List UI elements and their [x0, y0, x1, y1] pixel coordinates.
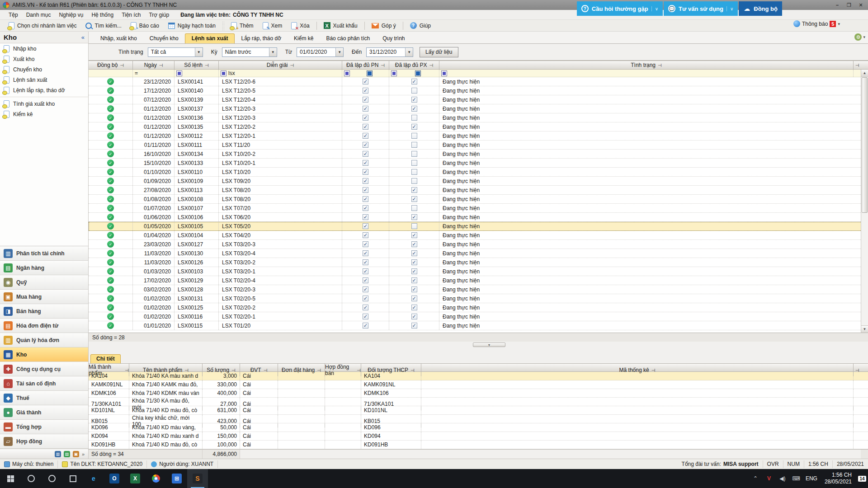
b-o-c-o-button[interactable]: ◔Báo cáo [127, 21, 163, 31]
filter-icon[interactable] [391, 70, 397, 76]
task-view-button[interactable] [62, 469, 83, 488]
order-row[interactable]: 07/12/2020LSX00139LSX T12/20-4Đang thực … [89, 95, 868, 104]
tab-l-p-r-p-th-o-d-[interactable]: Lắp ráp, tháo dỡ [235, 34, 288, 43]
order-row[interactable]: 17/12/2020LSX00140LSX T12/20-5Đang thực … [89, 86, 868, 95]
detail-column-header-7[interactable]: Đối tượng THCP⊣ [361, 364, 421, 376]
module-h-p-ng[interactable]: ▱Hợp đồng [0, 434, 88, 449]
to-date-input[interactable]: 31/12/2020▼ [366, 47, 413, 57]
px-checkbox[interactable] [411, 169, 417, 175]
module-gi-th-nh[interactable]: ●Giá thành [0, 405, 88, 420]
pin-icon[interactable]: ⊣ [120, 63, 124, 68]
sidebar-item-t-nh-gi-xu-t-kho[interactable]: Tính giá xuất kho [0, 99, 88, 109]
px-checkbox[interactable] [411, 142, 417, 148]
pin-icon[interactable]: ⊣ [231, 368, 236, 373]
detail-row[interactable]: KD094Khóa 71/40 KD màu xanh d150,000CáiK… [89, 432, 868, 441]
pin-icon[interactable]: ⊣ [855, 368, 859, 373]
period-select[interactable]: Năm trước▼ [222, 47, 277, 57]
column-header-6[interactable]: Đã lập đủ PX⊣ [389, 61, 439, 69]
order-row[interactable]: 01/05/2020LSX00105LSX T05/20Đang thực hi… [89, 222, 868, 231]
order-row[interactable]: 01/02/2020LSX00125LSX T02/20-2Đang thực … [89, 303, 868, 312]
tray-expand-button[interactable]: ⌃ [749, 469, 762, 488]
column-header-2[interactable]: Ngày⊣ [133, 61, 175, 69]
grid-splitter[interactable]: ▼ [89, 342, 868, 348]
sync-button[interactable]: ☁ Đồng bộ [739, 1, 782, 16]
filter-date[interactable]: = [133, 70, 175, 77]
module-qu-n-l-h-a-n[interactable]: ▥Quản lý hóa đơn [0, 333, 88, 347]
detail-column-header-8[interactable]: Mã thống kê⊣ [421, 364, 854, 376]
pn-checkbox[interactable] [363, 250, 368, 256]
orders-grid-scrollbar[interactable]: ▲ ▼ [861, 70, 868, 333]
sidebar-item-l-nh-s-n-xu-t[interactable]: Lệnh sản xuất [0, 75, 88, 85]
order-row[interactable]: 15/10/2020LSX00133LSX T10/20-1Đang thực … [89, 159, 868, 168]
ng-y-h-ch-to-n-button[interactable]: Ngày hạch toán [164, 21, 220, 31]
filter-pn[interactable] [342, 70, 389, 77]
tab-quy-tr-nh[interactable]: Quy trình [376, 34, 411, 43]
pin-icon[interactable]: ⊣ [159, 63, 163, 68]
pin-icon[interactable]: ⊣ [651, 368, 656, 373]
order-row[interactable]: 01/06/2020LSX00106LSX T06/20Đang thực hi… [89, 213, 868, 222]
pn-checkbox[interactable] [363, 88, 368, 94]
order-row[interactable]: 27/08/2020LSX00113LSX T08/20Đang thực hi… [89, 186, 868, 195]
tab-nh-p-xu-t-kho[interactable]: Nhập, xuất kho [94, 34, 143, 43]
module-b-n-h-ng[interactable]: ◨Bán hàng [0, 304, 88, 319]
order-row[interactable]: 01/12/2020LSX00112LSX T12/20-1Đang thực … [89, 131, 868, 141]
column-header-1[interactable]: Đồng bộ⊣ [89, 61, 133, 69]
sidebar-item-l-nh-l-p-r-p-th-o-d-[interactable]: Lệnh lắp ráp, tháo dỡ [0, 85, 88, 95]
order-row[interactable]: 01/12/2020LSX00135LSX T12/20-2Đang thực … [89, 122, 868, 131]
pn-checkbox[interactable] [363, 106, 368, 112]
module-qu-[interactable]: ◉Quỹ [0, 275, 88, 290]
filter-status[interactable] [439, 70, 854, 77]
module-thu-[interactable]: ◆Thuế [0, 391, 88, 405]
pin-icon[interactable]: ⊣ [658, 63, 662, 68]
module-kho[interactable]: ▦Kho [0, 347, 88, 362]
xu-t-kh-u-button[interactable]: XXuất khẩu [320, 21, 362, 31]
pin-icon[interactable]: ⊣ [357, 368, 361, 373]
pn-checkbox[interactable] [363, 187, 368, 193]
volume-tray-icon[interactable]: ◀) [776, 469, 789, 488]
scrollbar-thumb[interactable] [862, 77, 868, 213]
px-checkbox[interactable] [411, 268, 417, 274]
order-row[interactable]: 23/03/2020LSX00127LSX T03/20-3Đang thực … [89, 240, 868, 249]
px-checkbox[interactable] [411, 277, 417, 283]
detail-column-header-3[interactable]: Số lượng⊣ [203, 364, 240, 376]
order-row[interactable]: 23/12/2020LSX00141LSX T12/20-6Đang thực … [89, 77, 868, 86]
keyboard-tray-icon[interactable]: ⌨ [789, 469, 803, 488]
pn-checkbox[interactable] [363, 169, 368, 175]
px-checkbox[interactable] [411, 97, 417, 103]
pn-checkbox[interactable] [363, 305, 368, 310]
pn-checkbox[interactable] [363, 205, 368, 211]
px-checkbox[interactable] [411, 232, 417, 238]
xem-button[interactable]: ✎Xem [259, 21, 287, 31]
tab-ki-m-k-[interactable]: Kiểm kê [288, 34, 320, 43]
tab-detail[interactable]: Chi tiết [90, 354, 121, 363]
detail-row[interactable]: KDMK106Khóa 71/40 KDMK màu vàn400,000Cái… [89, 389, 868, 398]
detail-column-header-6[interactable]: Hợp đồng bán⊣ [325, 364, 361, 376]
t-m-ki-m--button[interactable]: Tìm kiếm... [81, 21, 125, 31]
pn-checkbox[interactable] [363, 151, 368, 157]
px-checkbox[interactable] [411, 115, 417, 121]
menu-item-6[interactable]: Trợ giúp [145, 12, 173, 18]
detail-row[interactable]: KD096Khóa 71/40 KD màu vàng,50,000CáiKD0… [89, 423, 868, 432]
order-row[interactable]: 01/12/2020LSX00137LSX T12/20-3Đang thực … [89, 104, 868, 113]
px-checkbox[interactable] [411, 305, 417, 310]
ch-n-chi-nh-nh-l-m-vi-c-button[interactable]: Chọn chi nhánh làm việc [5, 21, 80, 31]
order-row[interactable]: 16/10/2020LSX00134LSX T10/20-2Đang thực … [89, 150, 868, 159]
px-checkbox[interactable] [411, 250, 417, 256]
module-mua-h-ng[interactable]: ▣Mua hàng [0, 290, 88, 304]
px-checkbox[interactable] [411, 133, 417, 139]
module-t-i-s-n-c-nh[interactable]: ⌂Tài sản cố định [0, 376, 88, 391]
column-header-5[interactable]: Đã lập đủ PN⊣ [342, 61, 389, 69]
pn-checkbox[interactable] [363, 97, 368, 103]
pn-checkbox[interactable] [363, 160, 368, 166]
notifications-button[interactable]: Thông báo 5 ▾ [793, 20, 840, 27]
gi-p-button[interactable]: ?Giúp [406, 21, 435, 31]
px-checkbox[interactable] [411, 223, 417, 229]
pin-icon[interactable]: ⊣ [381, 63, 385, 68]
pin-icon[interactable]: ⊣ [855, 63, 859, 68]
order-row[interactable]: 01/07/2020LSX00107LSX T07/20Đang thực hi… [89, 204, 868, 213]
menu-item-1[interactable]: Tệp [5, 12, 22, 18]
px-checkbox[interactable] [411, 296, 417, 301]
pn-checkbox[interactable] [363, 286, 368, 292]
menu-item-3[interactable]: Nghiệp vụ [55, 12, 87, 18]
column-header-4[interactable]: Diễn giải⊣ [219, 61, 342, 69]
